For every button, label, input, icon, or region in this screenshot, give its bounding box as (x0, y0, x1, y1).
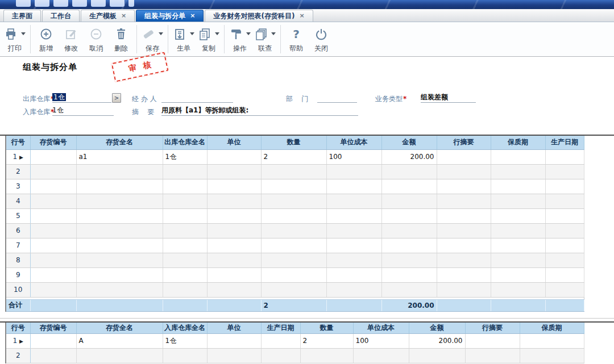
grid-cell[interactable] (437, 164, 491, 179)
grid-cell[interactable] (163, 282, 207, 297)
column-header[interactable]: 存货编号 (30, 136, 76, 149)
grid-cell[interactable] (76, 208, 163, 223)
grid-cell[interactable] (300, 348, 353, 363)
grid-cell[interactable] (76, 267, 163, 282)
grid-cell[interactable] (207, 194, 261, 208)
row-number[interactable]: 2 (6, 348, 30, 363)
column-header[interactable]: 单位成本 (326, 136, 381, 149)
column-header[interactable]: 数量 (300, 323, 353, 333)
grid-cell[interactable] (437, 253, 491, 267)
column-header[interactable]: 生产日期 (545, 136, 584, 149)
column-header[interactable]: 生产日期 (261, 323, 300, 333)
grid-cell[interactable]: 100 (353, 333, 409, 348)
column-header[interactable]: 保质期 (491, 136, 545, 149)
grid-cell[interactable] (326, 223, 381, 238)
close-icon[interactable]: × (299, 10, 304, 22)
grid-cell[interactable] (545, 179, 584, 194)
grid-cell[interactable] (381, 238, 437, 253)
row-number[interactable]: 5 (6, 208, 30, 223)
grid-cell[interactable] (326, 267, 381, 282)
grid-cell[interactable] (520, 348, 584, 363)
close-button[interactable]: 关闭 (309, 24, 334, 55)
grid-cell[interactable] (437, 238, 491, 253)
grid-cell[interactable] (545, 208, 584, 223)
grid-cell[interactable] (437, 149, 491, 164)
grid-cell[interactable] (261, 179, 326, 194)
dropdown-caret-icon[interactable] (190, 32, 194, 35)
grid-cell[interactable] (163, 179, 207, 194)
grid-cell[interactable] (76, 253, 163, 267)
dropdown-caret-icon[interactable] (159, 32, 163, 35)
grid-cell[interactable] (437, 179, 491, 194)
grid-cell[interactable] (76, 282, 163, 297)
row-number[interactable]: 8 (6, 253, 30, 267)
tab-assembly-split-order[interactable]: 组装与拆分单 × (136, 10, 204, 22)
grid-cell[interactable] (163, 164, 207, 179)
grid-cell[interactable] (491, 194, 545, 208)
row-number[interactable]: 9 (6, 267, 30, 282)
grid-cell[interactable] (326, 282, 381, 297)
grid-cell[interactable] (261, 282, 326, 297)
operate-button[interactable]: 操作 (227, 24, 252, 55)
generate-order-button[interactable]: 生单 (171, 24, 196, 55)
grid-cell[interactable] (76, 164, 163, 179)
column-header[interactable]: 单位 (207, 136, 261, 149)
grid-cell[interactable] (261, 238, 326, 253)
grid-cell[interactable] (465, 348, 520, 363)
grid-cell[interactable] (545, 164, 584, 179)
grid-cell[interactable] (207, 348, 261, 363)
grid-cell[interactable] (545, 238, 584, 253)
grid-cell[interactable] (30, 208, 76, 223)
grid-cell[interactable] (163, 238, 207, 253)
grid-cell[interactable] (30, 194, 76, 208)
dropdown-caret-icon[interactable] (246, 32, 251, 35)
grid-cell[interactable] (491, 253, 545, 267)
grid-cell[interactable] (76, 348, 163, 363)
print-button[interactable]: 打印 (2, 24, 27, 55)
row-number[interactable]: 1▶ (6, 149, 30, 164)
grid-cell[interactable] (520, 333, 584, 348)
grid-cell[interactable] (163, 253, 207, 267)
summary-field[interactable]: 用原料【a1】等拆卸或组装: (161, 106, 358, 116)
grid-cell[interactable]: 02 (30, 149, 76, 164)
grid-cell[interactable] (491, 179, 545, 194)
close-icon[interactable]: × (190, 10, 195, 22)
in-warehouse-field[interactable]: 1仓 (52, 106, 114, 116)
grid-cell[interactable] (437, 282, 491, 297)
grid-cell[interactable] (491, 282, 545, 297)
grid-cell[interactable] (491, 267, 545, 282)
browse-button[interactable]: > (112, 93, 121, 103)
row-number[interactable]: 1▶ (6, 333, 30, 348)
row-number[interactable]: 3 (6, 179, 30, 194)
dropdown-caret-icon[interactable] (271, 32, 276, 35)
delete-button[interactable]: 删除 (109, 24, 134, 55)
dropdown-caret-icon[interactable] (21, 32, 26, 35)
grid-cell[interactable] (207, 282, 261, 297)
column-header[interactable]: 存货全名 (76, 136, 163, 149)
grid-cell[interactable] (30, 267, 76, 282)
grid-cell[interactable] (30, 164, 76, 179)
column-header[interactable]: 单位 (207, 323, 261, 333)
grid-cell[interactable]: 200.00 (409, 333, 465, 348)
grid-cell[interactable] (207, 238, 261, 253)
grid-cell[interactable] (491, 149, 545, 164)
grid-cell[interactable] (437, 194, 491, 208)
column-header[interactable]: 存货编号 (30, 323, 76, 333)
grid-cell[interactable] (261, 194, 326, 208)
grid-cell[interactable] (491, 164, 545, 179)
grid-cell[interactable] (30, 348, 76, 363)
grid-cell[interactable] (465, 333, 520, 348)
grid-cell[interactable] (381, 164, 437, 179)
column-header[interactable]: 保质期 (520, 323, 584, 333)
grid-cell[interactable] (261, 164, 326, 179)
grid-cell[interactable] (261, 333, 300, 348)
dropdown-caret-icon[interactable] (215, 32, 219, 35)
grid-cell[interactable] (76, 179, 163, 194)
grid-cell[interactable] (207, 164, 261, 179)
grid-cell[interactable] (163, 348, 207, 363)
grid-cell[interactable] (207, 149, 261, 164)
grid-cell[interactable] (381, 194, 437, 208)
grid-cell[interactable] (545, 149, 584, 164)
grid-cell[interactable] (491, 238, 545, 253)
column-header[interactable]: 金额 (409, 323, 465, 333)
